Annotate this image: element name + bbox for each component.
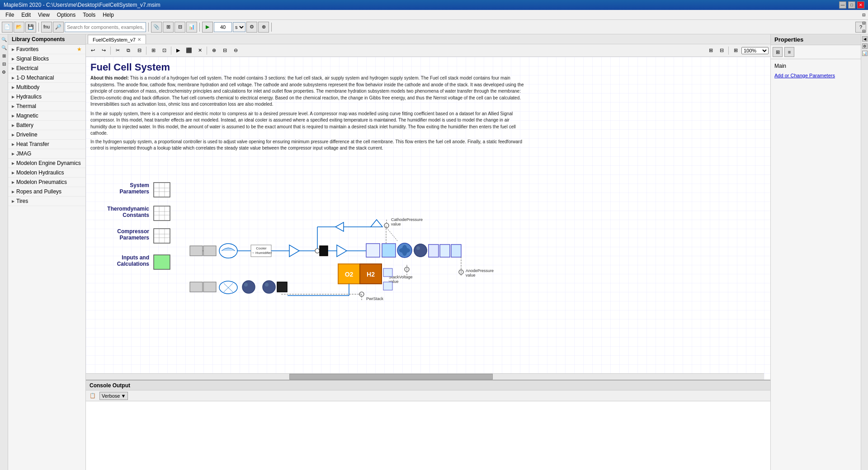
tab-label: FuelCellSystem_v7 — [93, 37, 136, 42]
minimize-button[interactable]: — — [839, 1, 846, 9]
zoom-fit-button[interactable]: ⊟ — [220, 46, 230, 56]
undo-button[interactable]: ↩ — [88, 46, 98, 56]
arrow-icon: ▶ — [12, 161, 14, 165]
menu-help[interactable]: Help — [99, 11, 118, 19]
diagram-canvas[interactable]: Fuel Cell System About this model: This … — [86, 57, 770, 380]
sidebar-item-hydraulics[interactable]: ▶ Hydraulics — [8, 92, 85, 102]
copy-button[interactable]: ⧉ — [123, 46, 133, 56]
diagram-description-p1: About this model: This is a model of a h… — [90, 75, 524, 108]
sidebar-item-label: Magnetic — [16, 113, 38, 119]
search-input[interactable] — [65, 22, 146, 32]
stop-button[interactable]: ⬛ — [184, 46, 194, 56]
arrow-icon: ▶ — [12, 199, 14, 203]
sidebar-icon-2[interactable]: 🔍 — [1, 44, 7, 51]
save-button[interactable]: 💾 — [25, 22, 36, 33]
menu-file[interactable]: File — [2, 11, 18, 19]
sidebar-icon-5[interactable]: ⚙ — [1, 69, 7, 75]
sidebar-item-electrical[interactable]: ▶ Electrical — [8, 64, 85, 73]
sidebar-item-modelon-engine[interactable]: ▶ Modelon Engine Dynamics — [8, 159, 85, 168]
sidebar-item-multibody[interactable]: ▶ Multibody — [8, 83, 85, 92]
menu-edit[interactable]: Edit — [18, 11, 34, 19]
arrow-icon: ▶ — [12, 95, 14, 99]
view-mode-button[interactable]: ⊞ — [731, 46, 741, 56]
properties-tool-2[interactable]: ≡ — [784, 47, 794, 57]
sidebar-item-1d-mechanical[interactable]: ▶ 1-D Mechanical — [8, 73, 85, 83]
sidebar-item-magnetic[interactable]: ▶ Magnetic — [8, 111, 85, 121]
sidebar-icon-search[interactable]: 🔍 — [1, 36, 7, 42]
right-mini-btn-2[interactable]: ⊟ — [861, 20, 867, 26]
chart-button[interactable]: 📊 — [186, 22, 197, 33]
verbose-dropdown[interactable]: Verbose ▼ — [99, 392, 128, 400]
sidebar-item-label: Favorites — [16, 46, 38, 52]
settings-button[interactable]: ⚙ — [246, 22, 257, 33]
grid-button[interactable]: ⊞ — [163, 22, 174, 33]
edge-btn-1[interactable]: ◀ — [862, 36, 868, 42]
sidebar-item-tires[interactable]: ▶ Tires — [8, 197, 85, 206]
run-button[interactable]: ▶ — [202, 22, 213, 33]
zoom-in-button[interactable]: ⊕ — [209, 46, 219, 56]
grid-size-button[interactable]: ⊟ — [717, 46, 726, 56]
menu-tools[interactable]: Tools — [79, 11, 99, 19]
sim-unit-select[interactable]: s — [233, 22, 245, 32]
new-button[interactable]: 📄 — [2, 22, 13, 33]
menu-options[interactable]: Options — [53, 11, 79, 19]
cut-button[interactable]: ✂ — [113, 46, 123, 56]
properties-panel: Properties ⊞ ≡ Main Add or Change Parame… — [770, 34, 861, 470]
zoom-select[interactable]: 100% 50% 75% 125% 150% 200% — [741, 47, 769, 54]
delete-button[interactable]: ✕ — [195, 46, 205, 56]
titlebar-controls[interactable]: — □ ✕ — [839, 1, 864, 9]
add-change-params-link[interactable]: Add or Change Parameters — [774, 73, 857, 78]
maximize-button[interactable]: □ — [848, 1, 855, 9]
arrange-button[interactable]: ⊞ — [148, 46, 158, 56]
properties-tool-1[interactable]: ⊞ — [773, 47, 783, 57]
sidebar: 🔍 🔍 ⊞ ⊟ ⚙ Library Components ▶ Favorites… — [0, 34, 86, 470]
sidebar-icon-4[interactable]: ⊟ — [1, 61, 7, 67]
console-toolbar: 📋 Verbose ▼ — [86, 390, 770, 401]
sidebar-item-heat-transfer[interactable]: ▶ Heat Transfer — [8, 140, 85, 149]
run-check-button[interactable]: 🔎 — [53, 22, 64, 33]
menubar: File Edit View Options Tools Help — [0, 10, 868, 20]
group-button[interactable]: ⊡ — [159, 46, 169, 56]
sidebar-item-ropes-pulleys[interactable]: ▶ Ropes and Pulleys — [8, 187, 85, 197]
close-button[interactable]: ✕ — [857, 1, 864, 9]
grid-toggle-button[interactable]: ⊞ — [706, 46, 716, 56]
sidebar-item-driveline[interactable]: ▶ Driveline — [8, 130, 85, 140]
svg-point-42 — [402, 245, 407, 256]
right-mini-btn-3[interactable]: ⊟ — [861, 28, 867, 34]
edge-btn-2[interactable]: ⚙ — [862, 43, 868, 49]
open-button[interactable]: 📂 — [14, 22, 24, 33]
menu-view[interactable]: View — [34, 11, 53, 19]
play-button[interactable]: ▶ — [173, 46, 183, 56]
zoom-out-button[interactable]: ⊖ — [231, 46, 241, 56]
canvas-area[interactable]: Fuel Cell System About this model: This … — [86, 57, 770, 380]
svg-point-79 — [244, 283, 248, 287]
align-button[interactable]: ⊟ — [134, 46, 144, 56]
tab-fuelcell[interactable]: FuelCellSystem_v7 ✕ — [88, 35, 146, 44]
arrow-icon: ▶ — [12, 190, 14, 194]
horizontal-scrollbar[interactable] — [86, 373, 764, 380]
svg-rect-22 — [154, 255, 170, 269]
sidebar-item-modelon-pneumatics[interactable]: ▶ Modelon Pneumatics — [8, 178, 85, 187]
arrow-icon: ▶ — [12, 66, 14, 70]
sidebar-item-battery[interactable]: ▶ Battery — [8, 121, 85, 130]
redo-button[interactable]: ↪ — [99, 46, 108, 56]
edge-btn-3[interactable]: 📊 — [862, 51, 868, 56]
sidebar-item-jmag[interactable]: ▶ JMAG — [8, 149, 85, 159]
sidebar-item-modelon-hydraulics[interactable]: ▶ Modelon Hydraulics — [8, 168, 85, 178]
sidebar-item-signal-blocks[interactable]: ▶ Signal Blocks — [8, 54, 85, 64]
sim-time-input[interactable]: 40 — [214, 22, 232, 32]
tab-close-icon[interactable]: ✕ — [137, 37, 141, 42]
sidebar-item-favorites[interactable]: ▶ Favorites ★ — [8, 45, 85, 54]
right-mini-btn-1[interactable]: ⊟ — [861, 12, 867, 18]
sidebar-icon-3[interactable]: ⊞ — [1, 52, 7, 59]
svg-marker-32 — [289, 245, 299, 257]
right-edge-bar: ◀ ⚙ 📊 — [861, 34, 868, 470]
sidebar-item-label: 1-D Mechanical — [16, 75, 54, 81]
probe-button[interactable]: ⊕ — [258, 22, 269, 33]
diagram-description-p2: In the air supply system, there is a com… — [90, 111, 524, 137]
svg-text:Theromdynamic: Theromdynamic — [107, 206, 149, 212]
sidebar-item-thermal[interactable]: ▶ Thermal — [8, 102, 85, 111]
table-button[interactable]: ⊟ — [175, 22, 185, 33]
font-button[interactable]: fnu — [41, 22, 52, 33]
attach-button[interactable]: 📎 — [151, 22, 162, 33]
